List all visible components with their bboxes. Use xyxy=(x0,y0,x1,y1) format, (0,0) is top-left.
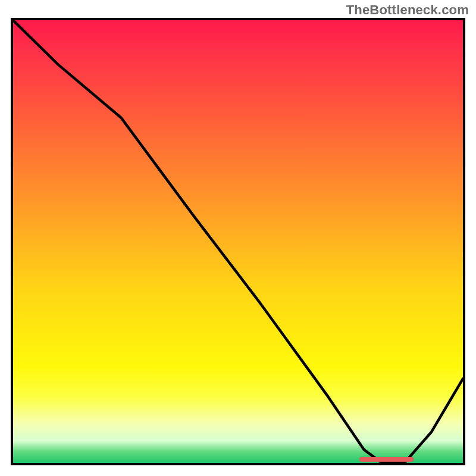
stage: TheBottleneck.com xyxy=(0,0,476,476)
plot-area xyxy=(11,18,465,465)
watermark-text: TheBottleneck.com xyxy=(346,2,469,18)
curve-path xyxy=(13,20,463,463)
bottleneck-curve xyxy=(13,20,463,463)
min-bottleneck-marker xyxy=(359,457,414,462)
